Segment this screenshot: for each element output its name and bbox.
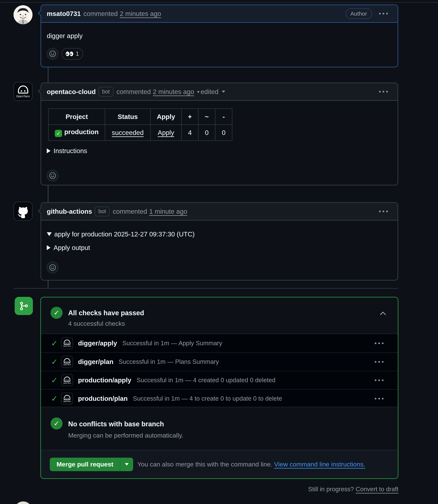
comment-tail [38,10,44,16]
check-description: Successful in 1m — Plans Summary [119,358,219,365]
dropdown-caret-icon [125,463,129,465]
comment-github-actions: github-actions bot commented 1 minute ag… [41,202,398,281]
convert-to-draft-link[interactable]: Convert to draft [356,486,398,493]
comment-msato0731: msato0731 commented 2 minutes ago Author… [41,4,398,67]
reaction-row [47,262,58,273]
progress-text: Still in progress? [308,486,354,493]
comment-action: commented [83,10,118,17]
comment-timestamp[interactable]: 2 minutes ago [153,88,194,95]
checks-list: ✓ OpenTaco digger/apply Successful in 1m… [41,334,398,407]
check-menu-kebab-icon[interactable] [373,341,385,345]
check-description: Successful in 1m — 4 to create 0 to upda… [133,395,282,402]
timeline-line [48,185,48,202]
smiley-icon [49,172,56,179]
cli-instructions-link[interactable]: View command line instructions. [274,461,365,468]
check-row[interactable]: ✓ OpenTaco production/apply Successful i… [41,371,398,389]
check-success-icon: ✓ [51,339,58,348]
col-del: - [215,109,232,125]
smiley-icon [49,50,56,57]
checks-passed-title: All checks have passed [68,308,144,318]
merge-actions-footer: Merge pull request You can also merge th… [41,450,398,478]
no-conflicts-title: No conflicts with base branch [68,419,164,429]
smiley-icon [49,264,56,271]
comment-header: msato0731 commented 2 minutes ago Author [41,5,398,23]
details-label: Instructions [54,146,87,156]
deleted-count: 0 [215,125,232,141]
check-app-avatar: OpenTaco [61,356,73,368]
check-menu-kebab-icon[interactable] [373,378,385,382]
col-mod: ~ [198,109,215,125]
reaction-eyes-pill[interactable]: 1 [61,48,83,60]
edited-label[interactable]: edited [201,88,219,95]
avatar-opentaco-cloud[interactable]: OpenTaco [13,82,33,101]
check-name[interactable]: production/plan [78,395,128,402]
apply-link[interactable]: Apply [151,125,181,141]
add-reaction-button[interactable] [47,170,58,181]
avatar-msato0731[interactable] [13,5,33,24]
merge-pull-request-button[interactable]: Merge pull request [50,458,133,471]
check-name[interactable]: production/apply [78,376,131,384]
check-row[interactable]: ✓ OpenTaco production/plan Successful in… [41,389,398,408]
merge-options-dropdown[interactable] [120,458,133,471]
instructions-details[interactable]: Instructions [47,146,87,156]
check-success-icon: ✓ [51,394,58,403]
comment-author[interactable]: opentaco-cloud [47,88,96,95]
add-reaction-button[interactable] [47,262,58,273]
comment-author[interactable]: github-actions [47,208,92,215]
collapse-checks-chevron-icon[interactable] [380,309,386,317]
check-row[interactable]: ✓ OpenTaco digger/plan Successful in 1m … [41,352,398,371]
expanded-triangle-icon [47,232,52,236]
opentaco-avatar-label: OpenTaco [16,94,30,98]
comment-timestamp[interactable]: 2 minutes ago [120,10,161,17]
top-divider [0,2,438,3]
timeline-merge-divider [14,288,398,289]
avatar-github-actions[interactable] [13,202,33,221]
col-project: Project [48,109,105,125]
comment-menu-kebab-icon[interactable] [378,90,389,94]
check-name[interactable]: digger/plan [78,358,113,366]
check-description: Successful in 1m — 4 created 0 updated 0… [137,377,275,384]
check-menu-kebab-icon[interactable] [373,360,385,364]
collapsed-triangle-icon [47,148,51,153]
add-reaction-button[interactable] [47,48,58,60]
convert-draft-row: Still in progress? Convert to draft [308,484,398,494]
col-status: Status [105,109,151,125]
comment-action: commented [113,208,147,215]
dot-separator: • [197,88,199,95]
no-conflicts-circle-icon: ✓ [51,418,63,430]
apply-details-expanded[interactable]: apply for production 2025-12-27 09:37:30… [47,229,195,239]
comment-opentaco-cloud: opentaco-cloud bot commented 2 minutes a… [41,83,398,185]
collapsed-triangle-icon [47,245,51,250]
apply-output-details[interactable]: Apply output [47,243,90,253]
merge-button-label[interactable]: Merge pull request [50,458,120,471]
details-label: Apply output [54,243,90,253]
comment-header: github-actions bot commented 1 minute ag… [41,203,398,220]
edited-dropdown-caret-icon[interactable] [222,91,225,93]
git-branch-icon [19,301,29,311]
checks-passed-circle-icon: ✓ [51,307,63,319]
check-name[interactable]: digger/apply [78,339,117,347]
check-menu-kebab-icon[interactable] [373,397,385,401]
opentaco-logo-icon [17,85,29,94]
comment-timestamp[interactable]: 1 minute ago [149,208,187,215]
project-cell: ✓production [48,125,105,141]
comment-author[interactable]: msato0731 [47,10,81,17]
comment-action: commented [116,88,151,95]
timeline-line [48,67,48,83]
comment-menu-kebab-icon[interactable] [378,210,389,213]
check-app-avatar: OpenTaco [61,337,73,349]
comment-body-text: digger apply [47,31,83,41]
github-octocat-icon [16,204,30,219]
composer-avatar-partial [14,501,33,504]
status-link[interactable]: succeeded [105,125,151,141]
comment-tail [38,88,44,94]
check-app-avatar: OpenTaco [61,393,73,405]
comment-header: opentaco-cloud bot commented 2 minutes a… [41,83,398,101]
timeline-line [48,281,48,288]
no-conflicts-subtitle: Merging can be performed automatically. [68,430,184,441]
user-avatar-illustration [13,5,33,24]
comment-menu-kebab-icon[interactable] [378,12,389,16]
check-success-icon: ✓ [51,357,58,367]
check-row[interactable]: ✓ OpenTaco digger/apply Successful in 1m… [41,334,398,352]
cli-text: You can also merge this with the command… [137,461,272,468]
